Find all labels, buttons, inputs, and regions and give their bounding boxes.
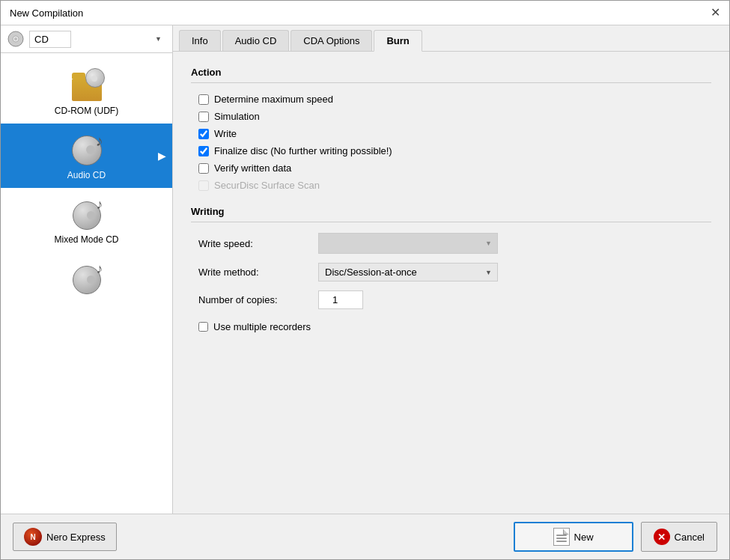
nero-express-icon: N — [24, 528, 42, 546]
writing-divider — [191, 222, 711, 222]
list-item-extra[interactable]: ♪ — [1, 252, 172, 306]
securedisc-checkbox — [198, 180, 209, 191]
multiple-recorders-label[interactable]: Use multiple recorders — [213, 321, 311, 332]
cdrom-label: CD-ROM (UDF) — [55, 106, 118, 116]
cancel-icon: ✕ — [654, 529, 670, 545]
tabs-bar: Info Audio CD CDA Options Burn — [173, 25, 729, 52]
cd-type-dropdown-wrapper: CD DVD Blu-ray — [29, 31, 166, 48]
write-method-control: Disc/Session-at-once Track-at-once Raw — [318, 263, 498, 281]
finalize-label[interactable]: Finalize disc (No further writing possib… — [214, 145, 392, 156]
cdrom-icon — [67, 67, 106, 103]
new-button[interactable]: New — [514, 522, 633, 552]
write-row: Write — [198, 128, 711, 139]
copies-label: Number of copies: — [198, 294, 318, 305]
right-buttons: New ✕ Cancel — [514, 522, 717, 552]
write-method-dropdown-wrapper: Disc/Session-at-once Track-at-once Raw — [318, 263, 498, 281]
multiple-recorders-checkbox[interactable] — [198, 322, 208, 332]
tab-info[interactable]: Info — [179, 30, 221, 51]
writing-section: Writing Write speed: Write method: — [191, 206, 711, 309]
list-item-cdrom[interactable]: CD-ROM (UDF) — [1, 59, 172, 124]
write-method-label: Write method: — [198, 267, 318, 278]
audiocd-icon: ♪ — [67, 131, 106, 167]
tab-audiocd[interactable]: Audio CD — [222, 30, 290, 51]
new-compilation-dialog: New Compilation ✕ CD DVD Blu-ray — [0, 0, 730, 560]
writing-section-title: Writing — [191, 206, 711, 217]
write-speed-label: Write speed: — [198, 238, 318, 249]
write-speed-row: Write speed: — [198, 233, 711, 254]
new-doc-icon — [553, 528, 570, 546]
list-item-mixedcd[interactable]: ♪ Mixed Mode CD — [1, 188, 172, 252]
cd-svg-icon — [7, 31, 24, 47]
burn-tab-content: Action Determine maximum speed Simulatio… — [173, 52, 729, 514]
write-method-dropdown[interactable]: Disc/Session-at-once Track-at-once Raw — [318, 263, 498, 281]
audiocd-label: Audio CD — [67, 170, 106, 180]
disc-type-list: CD-ROM (UDF) ♪ Audio CD ▶ — [1, 53, 172, 514]
determine-speed-row: Determine maximum speed — [198, 94, 711, 105]
finalize-checkbox[interactable] — [198, 146, 209, 156]
write-speed-control — [318, 233, 498, 254]
verify-checkbox[interactable] — [198, 163, 209, 174]
nero-express-label: Nero Express — [46, 532, 106, 543]
simulation-row: Simulation — [198, 111, 711, 122]
securedisc-label: SecurDisc Surface Scan — [214, 180, 320, 191]
finalize-row: Finalize disc (No further writing possib… — [198, 145, 711, 156]
nero-express-button[interactable]: N Nero Express — [13, 523, 117, 551]
write-speed-display[interactable] — [318, 233, 498, 254]
copies-input[interactable] — [318, 290, 363, 309]
copies-control — [318, 290, 363, 309]
close-button[interactable]: ✕ — [711, 7, 720, 19]
write-label[interactable]: Write — [214, 128, 237, 139]
cancel-button[interactable]: ✕ Cancel — [641, 522, 717, 552]
title-bar: New Compilation ✕ — [1, 1, 729, 25]
write-speed-wrapper — [318, 233, 498, 254]
copies-row: Number of copies: — [198, 290, 711, 309]
extra-icon: ♪ — [67, 260, 106, 296]
bottom-bar: N Nero Express New ✕ Cancel — [1, 514, 729, 559]
new-button-label: New — [574, 532, 594, 543]
write-checkbox[interactable] — [198, 129, 209, 139]
dialog-title: New Compilation — [10, 7, 83, 19]
simulation-label[interactable]: Simulation — [214, 111, 260, 122]
tab-burn[interactable]: Burn — [374, 30, 422, 52]
verify-label[interactable]: Verify written data — [214, 162, 291, 174]
multiple-recorders-row: Use multiple recorders — [198, 321, 711, 332]
svg-point-2 — [14, 37, 17, 40]
tab-cdaoptions[interactable]: CDA Options — [291, 30, 372, 51]
determine-speed-checkbox[interactable] — [198, 94, 209, 105]
cd-type-dropdown[interactable]: CD DVD Blu-ray — [29, 31, 71, 48]
dialog-body: CD DVD Blu-ray — [1, 25, 729, 514]
selected-arrow-icon: ▶ — [158, 150, 166, 162]
action-divider — [191, 82, 711, 83]
mixedcd-icon: ♪ — [67, 195, 106, 231]
mixedcd-label: Mixed Mode CD — [54, 234, 118, 245]
right-panel: Info Audio CD CDA Options Burn Action — [173, 25, 729, 514]
list-item-audiocd[interactable]: ♪ Audio CD ▶ — [1, 124, 172, 188]
simulation-checkbox[interactable] — [198, 112, 209, 122]
write-method-row: Write method: Disc/Session-at-once Track… — [198, 263, 711, 281]
left-header: CD DVD Blu-ray — [1, 25, 172, 53]
left-panel: CD DVD Blu-ray — [1, 25, 173, 514]
cd-icon — [7, 30, 25, 48]
securedisc-row: SecurDisc Surface Scan — [198, 180, 711, 191]
determine-speed-label[interactable]: Determine maximum speed — [214, 94, 333, 105]
cancel-button-label: Cancel — [675, 532, 705, 543]
verify-row: Verify written data — [198, 162, 711, 174]
action-section-title: Action — [191, 67, 711, 78]
